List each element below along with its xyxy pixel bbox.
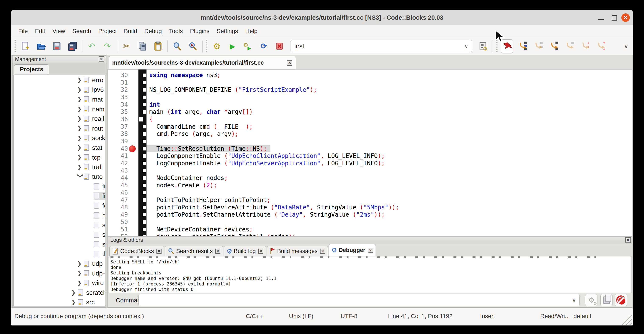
log-tab-close-icon[interactable]: ✕ — [320, 249, 325, 254]
step-into-instruction-icon[interactable] — [596, 41, 606, 51]
title-bar[interactable]: mnt/dev/tools/source/ns-3-dev/examples/t… — [11, 10, 633, 25]
chevron-right-icon[interactable]: ❯ — [77, 280, 84, 286]
tree-item-rout[interactable]: ❯rout — [14, 124, 105, 133]
tree-item-trafl[interactable]: ❯trafl — [14, 162, 105, 172]
tree-item-reall[interactable]: ❯reall — [14, 114, 105, 124]
next-line-icon[interactable] — [534, 41, 543, 51]
tree-item-se[interactable]: se — [14, 220, 105, 230]
undo-icon[interactable]: ↶ — [87, 41, 96, 51]
incremental-search-combo[interactable]: first ∨ — [290, 40, 472, 52]
step-out-icon[interactable] — [565, 41, 574, 51]
tree-item-th[interactable]: th — [14, 249, 105, 259]
menu-file[interactable]: File — [14, 28, 31, 35]
tree-item-fif[interactable]: fif — [14, 182, 105, 191]
menu-settings[interactable]: Settings — [213, 28, 242, 35]
chevron-right-icon[interactable]: ❯ — [77, 96, 84, 103]
tree-item-sock[interactable]: ❯sock — [14, 133, 105, 143]
chevron-right-icon[interactable]: ❯ — [77, 77, 84, 83]
chevron-right-icon[interactable]: ❯ — [77, 144, 84, 151]
tree-item-tuto[interactable]: ❯tuto — [14, 172, 105, 182]
save-all-icon[interactable] — [68, 41, 77, 51]
step-into-icon[interactable] — [549, 41, 559, 51]
rebuild-icon[interactable]: ⟳ — [259, 41, 269, 51]
tab-projects[interactable]: Projects — [14, 65, 49, 74]
chevron-down-icon[interactable]: ∨ — [464, 43, 468, 50]
redo-icon[interactable]: ↷ — [102, 41, 112, 51]
menu-build[interactable]: Build — [120, 28, 140, 35]
chevron-right-icon[interactable]: ❯ — [71, 299, 78, 305]
debugger-log[interactable]: Setting SHELL to '/bin/sh'doneSetting br… — [108, 256, 632, 293]
log-tab-code-blocks[interactable]: Code::Blocks✕ — [110, 246, 164, 256]
build-and-run-icon[interactable]: ⚙▶ — [243, 41, 253, 51]
maximize-button[interactable] — [612, 15, 617, 21]
log-tab-search-results[interactable]: Search results✕ — [165, 246, 223, 256]
tree-item-stat[interactable]: ❯stat — [14, 143, 105, 153]
tree-item-six[interactable]: six — [14, 239, 105, 249]
incremental-search-options-icon[interactable]: ⚙ — [478, 41, 488, 51]
chevron-right-icon[interactable]: ❯ — [77, 135, 84, 141]
editor-tab-first-cc[interactable]: mnt/dev/tools/source/ns-3-dev/examples/t… — [108, 56, 296, 69]
chevron-right-icon[interactable]: ❯ — [77, 270, 84, 276]
menu-view[interactable]: View — [49, 28, 68, 35]
close-button[interactable]: ✕ — [621, 13, 630, 22]
tree-item-ipv6[interactable]: ❯ipv6 — [14, 85, 105, 95]
menu-plugins[interactable]: Plugins — [186, 28, 213, 35]
menu-search[interactable]: Search — [69, 28, 95, 35]
copy-log-button[interactable] — [600, 294, 613, 306]
log-tab-build-log[interactable]: ⚙Build log✕ — [224, 246, 266, 256]
chevron-right-icon[interactable]: ❯ — [77, 260, 84, 267]
code-editor[interactable]: 30using namespace ns3;3132NS_LOG_COMPONE… — [108, 69, 632, 236]
menu-help[interactable]: Help — [242, 28, 261, 35]
logs-close-icon[interactable]: ✕ — [625, 237, 631, 243]
editor-tab-close-icon[interactable]: ✕ — [287, 60, 292, 66]
menu-debug[interactable]: Debug — [141, 28, 166, 35]
build-icon[interactable]: ⚙ — [212, 41, 222, 51]
log-tab-build-messages[interactable]: Build messages✕ — [267, 246, 328, 256]
cut-icon[interactable]: ✂ — [122, 41, 132, 51]
log-tab-close-icon[interactable]: ✕ — [215, 249, 220, 254]
save-icon[interactable] — [52, 41, 62, 51]
chevron-down-icon[interactable]: ❯ — [77, 174, 84, 180]
tree-item-wire[interactable]: ❯wire — [14, 278, 105, 288]
chevron-right-icon[interactable]: ❯ — [77, 154, 84, 161]
run-to-cursor-icon[interactable] — [518, 41, 528, 51]
clear-log-button[interactable] — [615, 294, 627, 306]
new-file-icon[interactable] — [20, 41, 30, 51]
tree-item-nam[interactable]: ❯nam — [14, 104, 105, 114]
tree-item-src[interactable]: ❯src — [14, 297, 105, 306]
menu-tools[interactable]: Tools — [165, 28, 186, 35]
breakpoint-marker[interactable] — [129, 145, 136, 152]
log-tab-debugger[interactable]: ⚙Debugger✕ — [328, 244, 376, 256]
minimize-button[interactable] — [598, 19, 604, 20]
next-instruction-icon[interactable] — [580, 41, 590, 51]
tree-item-fo[interactable]: fo — [14, 201, 105, 211]
tree-item-tcp[interactable]: ❯tcp — [14, 153, 105, 162]
debugger-settings-button[interactable]: ⚙ — [585, 294, 598, 306]
tree-item-fir[interactable]: fir — [14, 191, 105, 201]
menu-edit[interactable]: Edit — [31, 28, 49, 35]
resize-grip[interactable] — [620, 312, 632, 325]
tree-item-scratch[interactable]: ❯scratch — [14, 288, 105, 297]
tree-item-mat[interactable]: ❯mat — [14, 95, 105, 104]
management-close-icon[interactable]: ✕ — [99, 56, 104, 62]
tree-item-se[interactable]: se — [14, 230, 105, 240]
command-input[interactable]: ∨ — [138, 294, 580, 306]
menu-project[interactable]: Project — [95, 28, 120, 35]
tree-item-udp-[interactable]: ❯udp- — [14, 268, 105, 278]
tree-item-he[interactable]: he — [14, 210, 105, 220]
fold-collapse-icon[interactable]: − — [139, 117, 143, 122]
chevron-right-icon[interactable]: ❯ — [77, 125, 84, 132]
fold-margin[interactable] — [138, 70, 146, 236]
log-tab-close-icon[interactable]: ✕ — [156, 249, 162, 254]
chevron-right-icon[interactable]: ❯ — [71, 289, 78, 296]
run-icon[interactable]: ▶ — [228, 41, 237, 51]
find-icon[interactable] — [172, 41, 182, 51]
copy-icon[interactable] — [138, 41, 147, 51]
log-tab-close-icon[interactable]: ✕ — [368, 248, 373, 253]
toolbar-gripper[interactable] — [14, 40, 16, 53]
open-file-icon[interactable] — [36, 41, 46, 51]
chevron-right-icon[interactable]: ❯ — [77, 116, 84, 122]
abort-icon[interactable] — [274, 41, 284, 51]
replace-icon[interactable]: R — [188, 41, 198, 51]
tree-item-erro[interactable]: ❯erro — [14, 75, 105, 85]
